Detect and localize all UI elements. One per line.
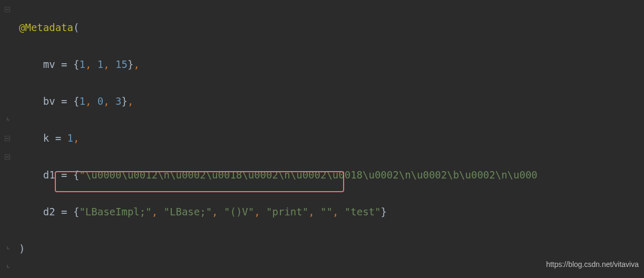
fold-end-icon[interactable] bbox=[4, 264, 11, 271]
gutter bbox=[0, 0, 15, 278]
fold-end-icon[interactable] bbox=[4, 116, 11, 124]
fold-minus-icon[interactable] bbox=[4, 6, 11, 13]
annotation-token: @Metadata bbox=[19, 22, 73, 33]
code-line: k = 1, bbox=[19, 129, 644, 147]
code-editor[interactable]: @Metadata( mv = {1, 1, 15}, bv = {1, 0, … bbox=[0, 0, 644, 278]
code-area[interactable]: @Metadata( mv = {1, 1, 15}, bv = {1, 0, … bbox=[15, 0, 644, 278]
code-line: d2 = {"LBaseImpl;", "LBase;", "()V", "pr… bbox=[19, 203, 644, 221]
fold-end-icon[interactable] bbox=[4, 245, 11, 253]
fold-minus-icon[interactable] bbox=[4, 153, 11, 161]
watermark-text: https://blog.csdn.net/vitaviva bbox=[546, 255, 639, 274]
code-line: mv = {1, 1, 15}, bbox=[19, 55, 644, 74]
fold-minus-icon[interactable] bbox=[4, 135, 11, 142]
code-line: @Metadata( bbox=[19, 18, 644, 37]
code-line: bv = {1, 0, 3}, bbox=[19, 92, 644, 111]
code-line: d1 = {"\u0000\u0012\n\u0002\u0018\u0002\… bbox=[19, 166, 644, 184]
